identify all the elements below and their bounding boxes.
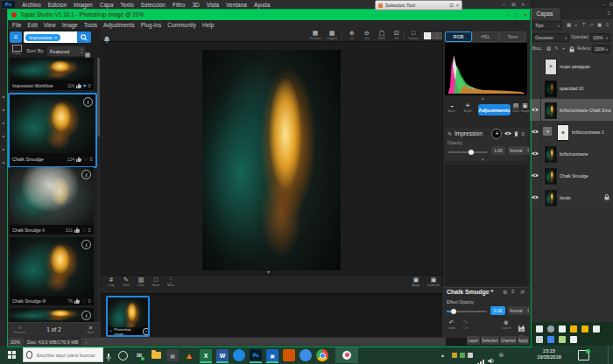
- public-toggle[interactable]: Public: [11, 45, 23, 55]
- ps-minimize-button[interactable]: –: [503, 2, 505, 8]
- menu-filtro[interactable]: Filtro: [173, 2, 185, 8]
- duplicate-button[interactable]: ▣Duplicate: [425, 276, 442, 287]
- selection-tool-window[interactable]: Selection Tool ⊡ ×: [375, 0, 462, 10]
- info-icon[interactable]: i: [143, 328, 150, 335]
- sidebar-scrollbar-thumb[interactable]: [97, 58, 100, 136]
- desktop-icon[interactable]: [570, 336, 577, 343]
- layer-row-brillo-contraste-chalk-smudge-ii[interactable]: brillo/contraste Chalk Smudge II: [530, 99, 613, 122]
- menu-archivo[interactable]: Archivo: [22, 2, 41, 8]
- menu-texto[interactable]: Texto: [120, 2, 134, 8]
- effect-blend-select[interactable]: Normal▴▾: [508, 306, 531, 315]
- filter-pin-icon[interactable]: ⊙: [605, 22, 609, 27]
- blend-mode-select[interactable]: Normal▴▾: [508, 146, 531, 155]
- menu-icon[interactable]: ≡: [521, 131, 525, 136]
- layer-thumbnail[interactable]: [545, 80, 557, 97]
- topaz-menu-plugins[interactable]: Plug-ins: [141, 22, 161, 28]
- menu-capa[interactable]: Capa: [100, 2, 114, 8]
- zoom-level[interactable]: 20%: [11, 340, 20, 345]
- bell-icon[interactable]: [103, 31, 110, 46]
- search-button[interactable]: [77, 32, 91, 43]
- effect-menu-icon[interactable]: ≡: [511, 289, 515, 294]
- info-icon[interactable]: i: [81, 170, 91, 179]
- desktop-icon[interactable]: [593, 326, 600, 332]
- output-tab-selection[interactable]: Selection: [481, 336, 499, 345]
- lock-transparency-icon[interactable]: ▨: [546, 46, 551, 51]
- mask-button[interactable]: □Mask: [149, 276, 163, 287]
- cancel-button[interactable]: ⊗Cancel: [499, 319, 513, 330]
- topaz-menu-view[interactable]: View: [44, 22, 56, 28]
- notification-center-icon[interactable]: [578, 350, 589, 360]
- status-expand-icon[interactable]: ›: [85, 340, 87, 345]
- undo-button[interactable]: ↶Undo: [445, 319, 458, 330]
- search-tag-remove-icon[interactable]: ×: [54, 35, 57, 40]
- view-single-toggle[interactable]: [424, 32, 431, 39]
- filter-adjustment-icon[interactable]: ◒: [574, 22, 577, 27]
- tray-expand-icon[interactable]: ▴: [441, 352, 444, 358]
- layer-thumbnail[interactable]: [545, 168, 557, 185]
- taskbar-app-circle-button[interactable]: [299, 349, 312, 361]
- next-page-button[interactable]: » Next: [88, 325, 94, 334]
- taskbar-search[interactable]: [23, 347, 103, 362]
- taskbar-search-input[interactable]: [35, 352, 100, 359]
- output-tab-channel[interactable]: Channel: [500, 336, 517, 345]
- filter-pixel-icon[interactable]: ▦: [567, 22, 571, 27]
- color-button[interactable]: ▤Color: [511, 102, 520, 113]
- panel-menu-icon[interactable]: ≡: [607, 10, 610, 16]
- topaz-menu-help[interactable]: Help: [202, 22, 214, 28]
- taskbar-topaz-active-button[interactable]: [335, 346, 358, 363]
- opacity-slider[interactable]: [447, 151, 488, 153]
- desktop-icon[interactable]: [536, 326, 543, 332]
- topaz-menu-community[interactable]: Community: [167, 22, 196, 28]
- sidebar-menu-button[interactable]: ≡: [10, 32, 22, 43]
- filter-type-select[interactable]: Tipo▾: [532, 21, 562, 30]
- info-icon[interactable]: i: [83, 97, 93, 107]
- topaz-menu-tools[interactable]: Tools: [84, 22, 97, 28]
- desktop-folder-icon[interactable]: [581, 326, 588, 332]
- trash-icon[interactable]: [514, 131, 518, 136]
- favorite-icon[interactable]: ♡: [81, 298, 86, 304]
- topaz-menu-image[interactable]: Image: [62, 22, 78, 28]
- apply-button[interactable]: ▣Apply: [408, 276, 424, 287]
- filter-shape-icon[interactable]: ▱: [589, 22, 593, 27]
- preset-menu-icon[interactable]: ≡: [88, 228, 91, 233]
- effect-opacity-value[interactable]: 0.16: [490, 306, 505, 315]
- topaz-menu-file[interactable]: File: [12, 22, 21, 28]
- desktop-icon[interactable]: [547, 326, 554, 332]
- reset-icon[interactable]: ↺: [520, 289, 525, 295]
- topaz-menu-adjustments[interactable]: Adjustments: [103, 22, 135, 28]
- desktop-folder-icon[interactable]: [570, 326, 577, 332]
- layer-row-opacidad-10[interactable]: opacidad 10: [530, 77, 613, 100]
- info-icon[interactable]: i: [81, 311, 91, 320]
- selection-tool-restore-button[interactable]: ⊡: [449, 3, 454, 8]
- preview-button[interactable]: ▦Preview: [307, 30, 323, 40]
- desktop-icon[interactable]: [536, 336, 543, 343]
- collapse-preview-icon[interactable]: ▾: [267, 269, 270, 275]
- desktop-icon[interactable]: [559, 336, 566, 343]
- opacity-slider-handle[interactable]: [469, 150, 474, 155]
- taskbar-excel-button[interactable]: X: [200, 349, 212, 361]
- network-icon[interactable]: [477, 353, 484, 364]
- layer-thumbnail[interactable]: [545, 59, 557, 75]
- favorite-icon[interactable]: ♡: [83, 156, 88, 162]
- preset-card-partial[interactable]: i: [10, 308, 94, 322]
- topaz-minimize-button[interactable]: –: [506, 12, 509, 18]
- layer-row-chalk-smudge[interactable]: Chalk Smudge: [530, 164, 613, 187]
- tab-rgb[interactable]: RGB: [445, 32, 472, 42]
- original-button[interactable]: ▩Original: [324, 30, 340, 40]
- tab-capas[interactable]: Capas: [530, 8, 560, 19]
- layer-row-brillo-contraste[interactable]: brillo/contraste: [530, 143, 613, 165]
- tray-app-icon[interactable]: [452, 353, 457, 358]
- desktop-mail-icon[interactable]: [559, 326, 566, 332]
- preset-card-chalk-smudge[interactable]: i Chalk Smudge 124 ♡ ≡: [8, 93, 97, 168]
- taskbar-explorer-button[interactable]: [150, 349, 162, 361]
- layer-thumbnail[interactable]: [545, 102, 557, 119]
- sort-select[interactable]: Featured ▴▾: [46, 46, 86, 57]
- microphone-icon[interactable]: [106, 350, 111, 364]
- taskbar-word-button[interactable]: W: [216, 349, 229, 361]
- taskbar-app-blue-button[interactable]: ▣: [266, 349, 278, 361]
- taskbar-app-orange-button[interactable]: [283, 349, 295, 361]
- topaz-maximize-button[interactable]: □: [515, 12, 518, 18]
- preset-card-impression-workflow[interactable]: Impression Workflow 116 ♥ ≡: [10, 58, 94, 90]
- filter-type-icon[interactable]: T: [582, 22, 585, 27]
- search-tag[interactable]: Impression×: [25, 34, 60, 41]
